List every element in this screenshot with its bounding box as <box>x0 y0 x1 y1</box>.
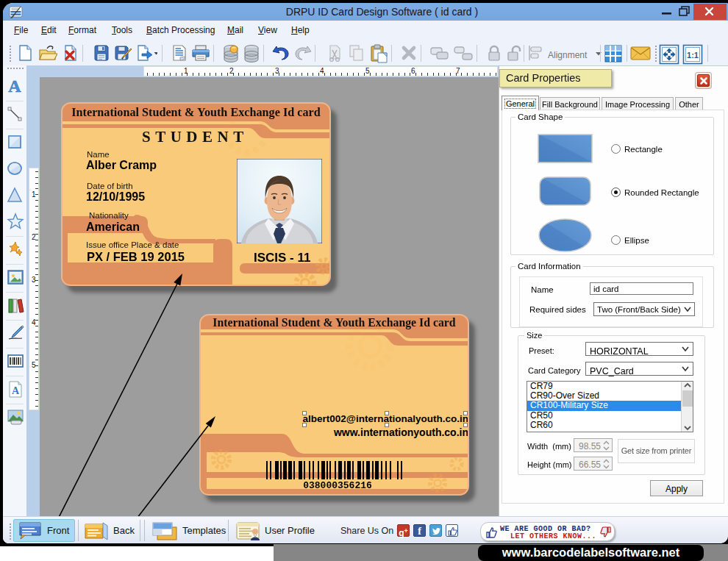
svg-text:A: A <box>12 385 20 396</box>
svg-text:1:1: 1:1 <box>687 51 699 60</box>
svg-text:A: A <box>8 77 21 95</box>
